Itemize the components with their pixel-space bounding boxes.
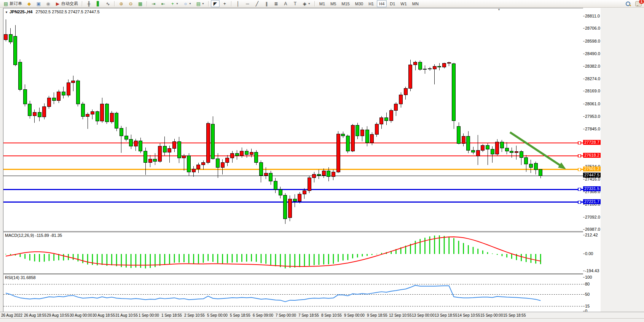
date-label: 1 Sep 18:55: [161, 313, 182, 317]
text-label-icon: T: [293, 1, 298, 7]
candles: [4, 19, 542, 224]
rsi-tick: 100: [585, 275, 592, 279]
arrows-icon[interactable]: ◈▼: [300, 0, 312, 7]
chart-shift-icon: ⇤: [161, 1, 166, 7]
macd-panel[interactable]: MACD(12,26,9) -115.89 -81.35: [3, 232, 583, 274]
new-order-button[interactable]: ▤新订单: [2, 0, 24, 7]
macd-signal-line: [6, 237, 540, 266]
timeframe-h1[interactable]: H1: [366, 0, 376, 7]
new-order-button-label: 新订单: [10, 1, 22, 6]
toolbar-separator: [231, 1, 232, 6]
line-price-label: 27447.5: [583, 173, 601, 178]
timeframe-m30[interactable]: M30: [353, 0, 365, 7]
timeframe-m5[interactable]: M5: [328, 0, 338, 7]
signals-icon[interactable]: ◉: [44, 0, 53, 7]
trendline-icon[interactable]: ╱: [253, 0, 261, 7]
toolbar-separator: [208, 1, 209, 6]
date-label: 26 Aug 2022: [1, 313, 22, 317]
candlestick-mode-icon[interactable]: ▋: [94, 0, 103, 7]
text-label-icon[interactable]: T: [291, 0, 300, 7]
auto-scroll-icon[interactable]: ⇥: [149, 0, 158, 7]
search-icon[interactable]: [626, 2, 631, 6]
fibonacci-icon: ≣: [274, 1, 279, 7]
price-tick: 27092.0: [585, 215, 600, 219]
date-label: 7 Sep 00:00: [276, 313, 296, 317]
zoom-in-icon[interactable]: ⊕: [117, 0, 126, 7]
date-label: 2 Sep 10:55: [184, 313, 205, 317]
horizontal-line-icon[interactable]: ─: [243, 0, 252, 7]
macd-tick: 212.42: [585, 233, 598, 237]
equidistant-channel-icon[interactable]: ∥: [262, 0, 271, 7]
macd-tick: -194.43: [585, 268, 599, 273]
chart-shift-icon[interactable]: ⇤: [159, 0, 167, 7]
toolbar-separator: [114, 1, 115, 6]
templates-icon[interactable]: ▤▼: [194, 0, 206, 7]
layouts-icon[interactable]: ◆: [25, 0, 33, 7]
line-price-label: 27331.5: [583, 186, 601, 191]
timeframe-m15[interactable]: M15: [339, 0, 352, 7]
periods-icon[interactable]: ○▼: [181, 0, 193, 7]
hline-marker-27501.2[interactable]: [578, 168, 581, 171]
price-tick: 27845.0: [585, 127, 600, 131]
bar-chart-mode-icon[interactable]: ╫: [84, 0, 93, 7]
trend-arrow-object[interactable]: [510, 132, 566, 169]
charts-window-icon[interactable]: ▣: [34, 0, 43, 7]
vertical-line-icon: │: [236, 1, 241, 7]
new-order-icon: ▤: [3, 1, 8, 7]
auto-scroll-icon: ⇥: [151, 1, 156, 7]
tile-windows-icon: ▦: [138, 1, 143, 7]
hline-marker-27331.5[interactable]: [578, 188, 581, 191]
line-chart-mode-icon[interactable]: ∿: [104, 0, 112, 7]
notifications-icon[interactable]: 1: [635, 1, 642, 6]
hline-marker-27221.7[interactable]: [578, 201, 581, 203]
tile-windows-icon[interactable]: ▦: [136, 0, 145, 7]
timeframe-m1[interactable]: M1: [317, 0, 327, 7]
timeframe-d1[interactable]: D1: [387, 0, 397, 7]
chevron-down-icon: ▼: [189, 2, 191, 5]
autotrade-button[interactable]: ▶自动交易: [53, 0, 80, 7]
symbol-dropdown-icon[interactable]: ▼: [5, 11, 8, 14]
date-label: 15 Sep 00:00: [480, 313, 503, 317]
indicators-icon[interactable]: +▼: [168, 0, 180, 7]
zoom-out-icon[interactable]: ⊖: [126, 0, 135, 7]
bar-chart-mode-icon: ╫: [86, 1, 91, 7]
chevron-down-icon: ▼: [308, 2, 311, 5]
fibonacci-icon[interactable]: ≣: [272, 0, 281, 7]
indicators-icon: +: [170, 1, 175, 7]
chart-title: ▼JPN225-,H427502.5 27502.5 27427.5 27447…: [5, 10, 100, 14]
price-tick: 28598.0: [585, 39, 600, 43]
rsi-panel[interactable]: RSI(14) 31.6858: [3, 274, 583, 312]
timeframe-w1[interactable]: W1: [398, 0, 409, 7]
autotrade-icon: ▶: [55, 1, 60, 7]
main-chart-panel[interactable]: ▼JPN225-,H427502.5 27502.5 27427.5 27447…: [3, 8, 583, 232]
chart-shift-marker-icon[interactable]: ▼: [497, 8, 501, 11]
rsi-label: RSI(14) 31.6858: [5, 275, 36, 280]
cursor-icon[interactable]: ◤: [211, 0, 220, 7]
date-label: 9 Sep 18:55: [367, 313, 387, 317]
equidistant-channel-icon: ∥: [264, 1, 269, 7]
hline-marker-27618.2[interactable]: [578, 154, 581, 157]
price-tick: 28274.0: [585, 76, 600, 81]
price-tick: 28706.0: [585, 26, 600, 30]
date-label: 29 Aug 10:55: [47, 313, 69, 317]
vertical-line-icon[interactable]: │: [234, 0, 242, 7]
date-label: 30 Aug 00:00: [70, 313, 92, 317]
timeframe-mn[interactable]: MN: [410, 0, 421, 7]
chevron-down-icon: ▼: [202, 2, 204, 5]
horizontal-line-icon: ─: [245, 1, 250, 7]
text-icon[interactable]: A: [281, 0, 290, 7]
charts-window-icon: ▣: [36, 1, 41, 7]
arrows-icon: ◈: [302, 1, 307, 7]
price-tick: 28169.0: [585, 89, 600, 93]
date-label: 30 Aug 18:55: [92, 313, 115, 317]
rsi-tick: 15: [585, 304, 590, 308]
trendline-icon: ╱: [255, 1, 260, 7]
layouts-icon: ◆: [27, 1, 32, 7]
timeframe-h4[interactable]: H4: [377, 0, 387, 7]
hline-marker-27728.7[interactable]: [578, 141, 581, 144]
crosshair-icon: +: [222, 1, 227, 7]
rsi-tick: 80: [585, 282, 590, 286]
toolbar-separator: [314, 1, 315, 6]
chevron-down-icon: ▼: [176, 2, 179, 5]
crosshair-icon[interactable]: +: [220, 0, 229, 7]
